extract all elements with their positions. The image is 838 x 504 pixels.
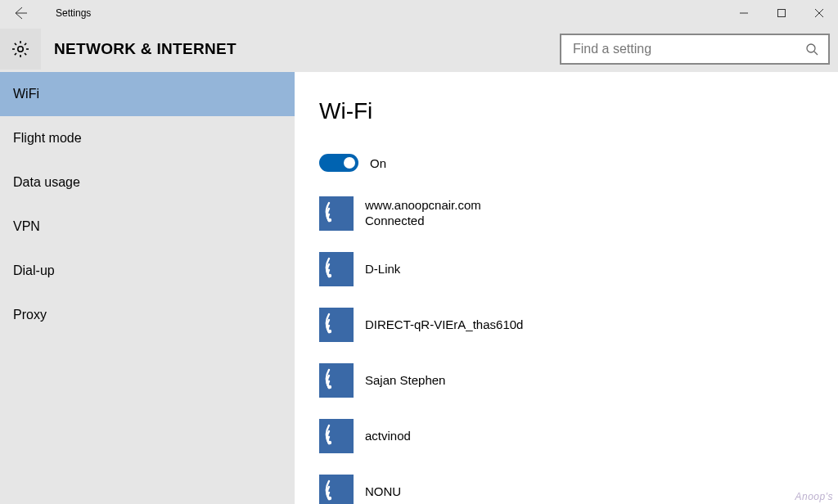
wifi-signal-icon <box>319 252 354 286</box>
wifi-toggle-row: On <box>319 154 838 172</box>
svg-point-19 <box>328 441 331 444</box>
network-ssid: NONU <box>365 484 401 500</box>
network-item[interactable]: NONU <box>319 475 838 504</box>
search-box[interactable] <box>560 34 830 65</box>
sidebar-item-dial-up[interactable]: Dial-up <box>0 249 295 293</box>
network-list: www.anoopcnair.com Connected D-Link <box>319 196 838 504</box>
header-row: NETWORK & INTERNET <box>0 26 838 72</box>
network-ssid: www.anoopcnair.com <box>365 198 481 214</box>
sidebar-item-proxy[interactable]: Proxy <box>0 293 295 337</box>
maximize-icon <box>777 8 786 18</box>
search-wrap <box>560 34 830 65</box>
svg-point-17 <box>328 330 331 333</box>
wifi-signal-icon <box>319 419 354 453</box>
network-ssid: Sajan Stephen <box>365 373 445 389</box>
title-bar: Settings <box>0 0 838 26</box>
page-heading: Wi-Fi <box>319 98 838 124</box>
content-pane: Wi-Fi On www.anoopcnair.com Connected <box>295 72 838 504</box>
svg-point-4 <box>18 47 23 52</box>
network-status: Connected <box>365 214 481 229</box>
svg-line-9 <box>15 43 16 45</box>
sidebar-item-label: Proxy <box>13 308 47 322</box>
sidebar-item-vpn[interactable]: VPN <box>0 205 295 249</box>
sidebar-item-label: Flight mode <box>13 131 82 146</box>
search-input[interactable] <box>573 42 804 56</box>
minimize-icon <box>739 8 749 18</box>
svg-point-16 <box>328 274 331 277</box>
sidebar-item-label: Dial-up <box>13 263 55 278</box>
gear-icon <box>11 39 30 59</box>
window-controls <box>725 0 838 26</box>
network-text: DIRECT-qR-VIErA_thas610d <box>365 317 523 333</box>
close-button[interactable] <box>800 0 838 26</box>
sidebar: WiFi Flight mode Data usage VPN Dial-up … <box>0 72 295 504</box>
svg-point-20 <box>328 497 331 500</box>
network-ssid: DIRECT-qR-VIErA_thas610d <box>365 317 523 333</box>
network-text: Sajan Stephen <box>365 373 445 389</box>
wifi-toggle[interactable] <box>319 154 358 172</box>
svg-line-12 <box>15 53 16 55</box>
sidebar-item-flight-mode[interactable]: Flight mode <box>0 116 295 160</box>
sidebar-item-label: WiFi <box>13 87 39 101</box>
network-ssid: D-Link <box>365 262 400 277</box>
svg-point-15 <box>328 218 331 222</box>
network-item[interactable]: D-Link <box>319 252 838 286</box>
svg-line-14 <box>814 52 818 55</box>
sidebar-item-data-usage[interactable]: Data usage <box>0 160 295 205</box>
network-text: NONU <box>365 484 401 500</box>
svg-rect-1 <box>778 10 786 17</box>
wifi-toggle-label: On <box>370 156 386 170</box>
svg-line-10 <box>25 53 26 55</box>
maximize-button[interactable] <box>763 0 800 26</box>
settings-window: Settings NET <box>0 0 838 504</box>
wifi-signal-icon <box>319 475 354 504</box>
svg-point-13 <box>807 44 815 52</box>
body: WiFi Flight mode Data usage VPN Dial-up … <box>0 72 838 504</box>
sidebar-item-label: Data usage <box>13 175 80 190</box>
svg-point-18 <box>328 385 331 389</box>
search-icon <box>804 43 820 56</box>
network-text: www.anoopcnair.com Connected <box>365 198 481 229</box>
back-button[interactable] <box>0 0 41 26</box>
network-item[interactable]: actvinod <box>319 419 838 453</box>
wifi-signal-icon <box>319 308 354 342</box>
network-text: actvinod <box>365 429 411 444</box>
minimize-button[interactable] <box>725 0 763 26</box>
watermark-text: Anoop's <box>795 491 834 502</box>
network-item[interactable]: Sajan Stephen <box>319 363 838 398</box>
wifi-signal-icon <box>319 363 354 398</box>
svg-line-11 <box>25 43 26 45</box>
network-item[interactable]: www.anoopcnair.com Connected <box>319 196 838 231</box>
window-title: Settings <box>56 7 91 19</box>
category-title: NETWORK & INTERNET <box>54 40 237 58</box>
toggle-knob <box>344 157 355 169</box>
network-item[interactable]: DIRECT-qR-VIErA_thas610d <box>319 308 838 342</box>
back-arrow-icon <box>12 5 29 21</box>
network-ssid: actvinod <box>365 429 411 444</box>
sidebar-item-label: VPN <box>13 219 40 234</box>
network-text: D-Link <box>365 262 400 277</box>
wifi-signal-icon <box>319 196 354 231</box>
close-icon <box>814 8 824 18</box>
settings-gear-button[interactable] <box>0 29 41 70</box>
sidebar-item-wifi[interactable]: WiFi <box>0 72 295 116</box>
